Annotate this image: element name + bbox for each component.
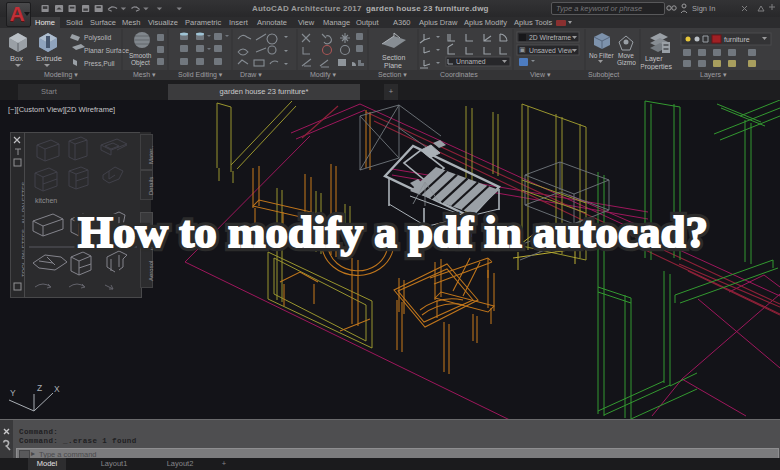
svg-text:kitchen: kitchen — [35, 197, 57, 204]
svg-text:Object: Object — [131, 59, 150, 67]
svg-text:Unnamed: Unnamed — [456, 58, 486, 65]
svg-text:X: X — [54, 384, 60, 394]
svg-text:2D Wireframe: 2D Wireframe — [529, 34, 571, 41]
svg-text:Properties: Properties — [640, 63, 672, 70]
svg-text:Polysolid: Polysolid — [84, 34, 111, 42]
svg-text:Move: Move — [618, 52, 634, 59]
svg-text:Section: Section — [382, 54, 405, 61]
svg-text:Layer: Layer — [645, 55, 663, 63]
svg-text:Y: Y — [10, 388, 16, 398]
svg-text:▣: ▣ — [519, 46, 526, 53]
svg-text:Box: Box — [10, 54, 23, 63]
svg-text:Extrude: Extrude — [36, 54, 62, 63]
svg-text:No Filter: No Filter — [589, 52, 614, 59]
svg-text:Unsaved View: Unsaved View — [529, 47, 572, 54]
svg-text:Press,Pull: Press,Pull — [84, 60, 115, 67]
svg-text:Smooth: Smooth — [129, 52, 152, 59]
svg-text:furniture: furniture — [724, 36, 750, 43]
svg-text:Plane: Plane — [384, 62, 402, 69]
svg-text:Z: Z — [37, 383, 42, 393]
svg-text:Gizmo: Gizmo — [617, 59, 636, 66]
svg-text:Sign In: Sign In — [692, 4, 715, 13]
